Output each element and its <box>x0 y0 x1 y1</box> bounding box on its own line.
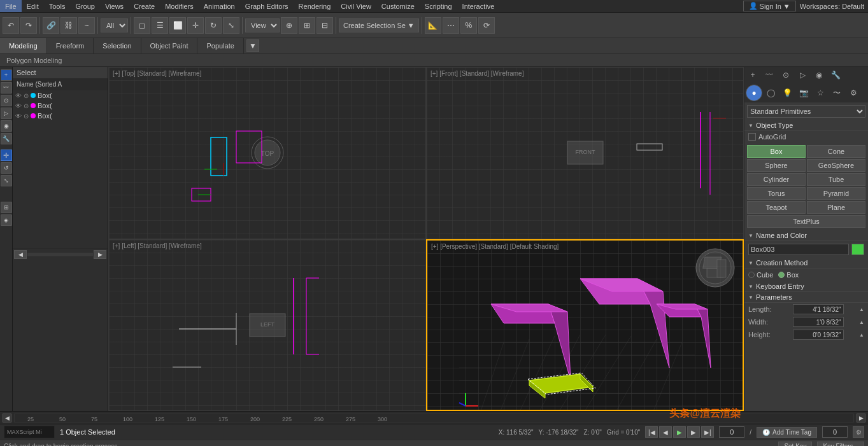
render-icon[interactable]: ⊙ <box>24 92 29 99</box>
scale-button[interactable]: ⤡ <box>223 17 239 34</box>
autogrid-checkbox[interactable] <box>748 133 756 141</box>
rpanel-geometry-tab[interactable]: ● <box>746 85 762 101</box>
parameters-header[interactable]: Parameters <box>744 292 868 303</box>
object-name-input[interactable] <box>748 244 849 255</box>
rpanel-lights-tab[interactable]: 💡 <box>779 85 795 101</box>
scene-item-box3[interactable]: 👁 ⊙ Box( <box>13 111 108 121</box>
spinner-snap-button[interactable]: ⟳ <box>478 17 495 34</box>
scene-scroll-bar[interactable]: ◀ ▶ <box>13 248 108 260</box>
redo-button[interactable]: ↷ <box>20 17 37 34</box>
display-icon-button[interactable]: ◉ <box>1 120 12 132</box>
menu-file[interactable]: File <box>0 0 22 12</box>
rpanel-display-tab[interactable]: ◉ <box>811 67 827 83</box>
link-button[interactable]: 🔗 <box>43 17 59 34</box>
scene-item-box2[interactable]: 👁 ⊙ Box( <box>13 101 108 111</box>
scale-gizmo-button[interactable]: ⤡ <box>1 175 12 186</box>
menu-interactive[interactable]: Interactive <box>457 0 500 12</box>
obj-btn-torus[interactable]: Torus <box>747 187 806 200</box>
name-color-header[interactable]: Name and Color <box>744 230 868 241</box>
array-button[interactable]: ⊟ <box>317 17 333 34</box>
create-icon-button[interactable]: + <box>1 69 12 81</box>
timeline-arrow-left[interactable]: ◀ <box>3 414 11 422</box>
category-dropdown[interactable]: Standard Primitives <box>747 105 865 118</box>
snap-button[interactable]: 📐 <box>425 17 441 34</box>
go-to-start-button[interactable]: |◀ <box>645 426 658 438</box>
select-by-name-button[interactable]: ☰ <box>152 17 168 34</box>
tab-object-paint[interactable]: Object Paint <box>141 38 198 53</box>
tab-freeform[interactable]: Freeform <box>47 38 94 53</box>
rpanel-shapes-tab[interactable]: ◯ <box>762 85 779 101</box>
length-input[interactable] <box>793 304 844 314</box>
maxscript-area[interactable]: MAXScript Mi <box>4 426 55 438</box>
menu-tools[interactable]: Tools <box>44 0 71 12</box>
obj-btn-cylinder[interactable]: Cylinder <box>747 173 806 186</box>
render-icon[interactable]: ⊙ <box>24 102 29 109</box>
move-gizmo-button[interactable]: ✛ <box>1 150 12 161</box>
tab-selection[interactable]: Selection <box>94 38 141 53</box>
obj-btn-box[interactable]: Box <box>747 145 806 158</box>
visibility-icon[interactable]: 👁 <box>15 113 22 120</box>
cube-option[interactable]: Cube <box>748 271 773 279</box>
prev-frame-button[interactable]: ◀ <box>659 426 672 438</box>
creation-method-header[interactable]: Creation Method <box>744 258 868 268</box>
menu-animation[interactable]: Animation <box>199 0 240 12</box>
move-button[interactable]: ✛ <box>187 17 204 34</box>
menu-scripting[interactable]: Scripting <box>420 0 457 12</box>
height-input[interactable] <box>793 330 844 340</box>
modify-icon-button[interactable]: 〰 <box>1 82 12 94</box>
go-to-end-button[interactable]: ▶| <box>701 426 714 438</box>
width-spinner-up[interactable]: ▲ <box>859 319 864 325</box>
view-dropdown[interactable]: View <box>245 18 280 32</box>
angle-snap-button[interactable]: ⋯ <box>443 17 459 34</box>
length-spinner-up[interactable]: ▲ <box>859 307 864 312</box>
select-object-button[interactable]: ◻ <box>134 17 150 34</box>
bind-to-space-warp[interactable]: ~ <box>78 17 95 34</box>
rpanel-helpers-tab[interactable]: ☆ <box>812 85 829 101</box>
select-filter-button[interactable]: ⊞ <box>1 202 12 213</box>
tab-modeling[interactable]: Modeling <box>0 38 47 53</box>
menu-civil-view[interactable]: Civil View <box>336 0 376 12</box>
visibility-icon[interactable]: 👁 <box>15 102 22 109</box>
viewport-top[interactable]: [+] [Top] [Standard] [Wireframe] TOP <box>108 67 426 239</box>
object-color-swatch[interactable] <box>851 244 864 255</box>
box-option[interactable]: Box <box>778 271 799 279</box>
viewport-perspective[interactable]: [+] [Perspective] [Standard] [Default Sh… <box>426 239 744 412</box>
utilities-icon-button[interactable]: 🔧 <box>1 133 12 144</box>
obj-btn-pyramid[interactable]: Pyramid <box>807 187 865 200</box>
next-frame-button[interactable]: ▶ <box>687 426 700 438</box>
menu-edit[interactable]: Edit <box>22 0 44 12</box>
frame-options-button[interactable]: ⚙ <box>853 426 864 438</box>
menu-rendering[interactable]: Rendering <box>294 0 336 12</box>
rpanel-utilities-tab[interactable]: 🔧 <box>827 67 844 83</box>
sign-in-button[interactable]: 👤 Sign In ▼ <box>743 1 796 11</box>
tab-populate[interactable]: Populate <box>197 38 243 53</box>
rpanel-modify-tab[interactable]: 〰 <box>761 67 778 83</box>
viewport-left[interactable]: [+] [Left] [Standard] [Wireframe] LEFT <box>108 239 426 412</box>
render-icon[interactable]: ⊙ <box>24 113 29 120</box>
rpanel-hierarchy-tab[interactable]: ⊙ <box>778 67 794 83</box>
menu-group[interactable]: Group <box>70 0 100 12</box>
tab-options-button[interactable]: ▼ <box>246 39 259 52</box>
scene-item-box1[interactable]: 👁 ⊙ Box( <box>13 90 108 101</box>
timeline-ruler[interactable]: 25 50 75 100 125 150 175 200 225 250 275… <box>14 414 854 422</box>
undo-button[interactable]: ↶ <box>3 17 19 34</box>
menu-graph-editors[interactable]: Graph Editors <box>240 0 294 12</box>
filter-dropdown[interactable]: All <box>101 18 128 32</box>
motion-icon-button[interactable]: ▷ <box>1 108 12 119</box>
menu-customize[interactable]: Customize <box>376 0 420 12</box>
keyboard-entry-header[interactable]: Keyboard Entry <box>744 281 868 292</box>
object-type-header[interactable]: Object Type <box>744 120 868 131</box>
obj-btn-geosphere[interactable]: GeoSphere <box>807 159 865 172</box>
rpanel-motion-tab[interactable]: ▷ <box>794 67 811 83</box>
visibility-icon[interactable]: 👁 <box>15 92 22 99</box>
rect-select-button[interactable]: ⬜ <box>169 17 186 34</box>
width-input[interactable] <box>793 317 844 327</box>
obj-btn-sphere[interactable]: Sphere <box>747 159 806 172</box>
timeline-arrow-right[interactable]: ▶ <box>857 414 865 422</box>
obj-btn-cone[interactable]: Cone <box>807 145 865 158</box>
percent-snap-button[interactable]: % <box>460 17 477 34</box>
obj-btn-textplus[interactable]: TextPlus <box>747 215 865 228</box>
align-button[interactable]: ⊕ <box>281 17 297 34</box>
scroll-left[interactable]: ◀ <box>14 250 27 259</box>
rpanel-cameras-tab[interactable]: 📷 <box>795 85 812 101</box>
